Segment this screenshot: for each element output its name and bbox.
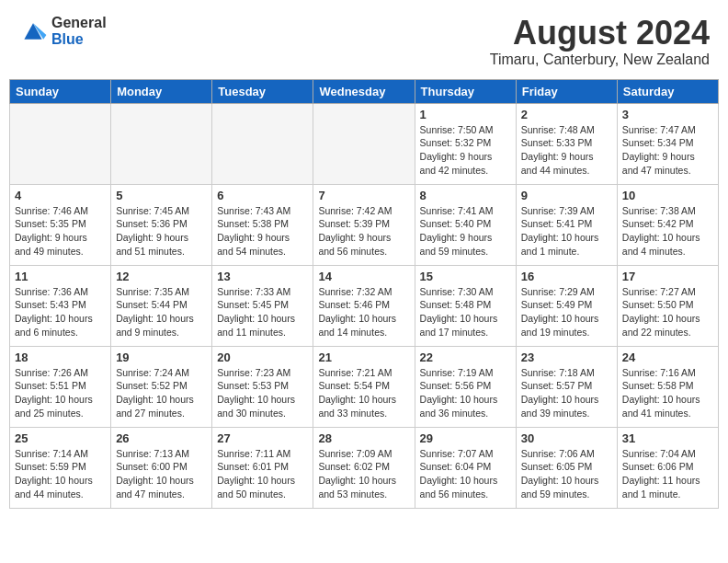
calendar-cell: 22Sunrise: 7:19 AM Sunset: 5:56 PM Dayli… [415,346,516,427]
calendar-cell: 25Sunrise: 7:14 AM Sunset: 5:59 PM Dayli… [10,427,111,508]
calendar-title: August 2024 [490,15,710,52]
calendar-cell [111,103,212,184]
day-number: 14 [318,270,409,283]
day-number: 22 [420,350,511,364]
day-header-tuesday: Tuesday [212,79,313,103]
calendar-cell: 27Sunrise: 7:11 AM Sunset: 6:01 PM Dayli… [212,427,313,508]
day-number: 20 [217,350,308,364]
calendar-cell: 28Sunrise: 7:09 AM Sunset: 6:02 PM Dayli… [313,427,415,508]
day-number: 19 [116,350,207,364]
day-info: Sunrise: 7:32 AM Sunset: 5:46 PM Dayligh… [318,285,409,339]
day-info: Sunrise: 7:16 AM Sunset: 5:58 PM Dayligh… [622,366,713,420]
day-info: Sunrise: 7:09 AM Sunset: 6:02 PM Dayligh… [318,447,409,501]
day-number: 11 [15,270,106,283]
calendar-table: SundayMondayTuesdayWednesdayThursdayFrid… [9,79,719,509]
calendar-cell: 21Sunrise: 7:21 AM Sunset: 5:54 PM Dayli… [313,346,415,427]
day-info: Sunrise: 7:30 AM Sunset: 5:48 PM Dayligh… [420,285,511,339]
calendar-header-row: SundayMondayTuesdayWednesdayThursdayFrid… [10,79,719,103]
calendar-cell: 9Sunrise: 7:39 AM Sunset: 5:41 PM Daylig… [516,184,617,265]
day-number: 15 [420,270,511,283]
calendar-cell: 5Sunrise: 7:45 AM Sunset: 5:36 PM Daylig… [111,184,212,265]
calendar-cell: 8Sunrise: 7:41 AM Sunset: 5:40 PM Daylig… [415,184,516,265]
day-info: Sunrise: 7:42 AM Sunset: 5:39 PM Dayligh… [318,204,409,259]
day-info: Sunrise: 7:46 AM Sunset: 5:35 PM Dayligh… [15,204,106,259]
day-info: Sunrise: 7:41 AM Sunset: 5:40 PM Dayligh… [420,204,511,259]
day-header-thursday: Thursday [415,79,516,103]
calendar-cell: 1Sunrise: 7:50 AM Sunset: 5:32 PM Daylig… [415,103,516,184]
day-info: Sunrise: 7:23 AM Sunset: 5:53 PM Dayligh… [217,366,308,420]
day-number: 3 [622,108,713,121]
day-info: Sunrise: 7:18 AM Sunset: 5:57 PM Dayligh… [521,366,612,420]
calendar-cell: 30Sunrise: 7:06 AM Sunset: 6:05 PM Dayli… [516,427,617,508]
calendar-cell: 14Sunrise: 7:32 AM Sunset: 5:46 PM Dayli… [313,265,415,346]
day-number: 25 [15,431,106,445]
day-number: 4 [15,189,106,202]
calendar-week-row: 25Sunrise: 7:14 AM Sunset: 5:59 PM Dayli… [10,427,719,508]
calendar-cell: 2Sunrise: 7:48 AM Sunset: 5:33 PM Daylig… [516,103,617,184]
title-block: August 2024 Timaru, Canterbury, New Zeal… [490,15,710,68]
page-header: General Blue August 2024 Timaru, Canterb… [0,0,728,72]
day-info: Sunrise: 7:43 AM Sunset: 5:38 PM Dayligh… [217,204,308,259]
calendar-cell: 12Sunrise: 7:35 AM Sunset: 5:44 PM Dayli… [111,265,212,346]
day-number: 27 [217,431,308,445]
day-number: 23 [521,350,612,364]
calendar-week-row: 1Sunrise: 7:50 AM Sunset: 5:32 PM Daylig… [10,103,719,184]
day-number: 26 [116,431,207,445]
calendar-subtitle: Timaru, Canterbury, New Zealand [490,52,710,68]
day-number: 10 [622,189,713,202]
calendar-week-row: 4Sunrise: 7:46 AM Sunset: 5:35 PM Daylig… [10,184,719,265]
calendar-cell: 3Sunrise: 7:47 AM Sunset: 5:34 PM Daylig… [617,103,718,184]
calendar-cell: 4Sunrise: 7:46 AM Sunset: 5:35 PM Daylig… [10,184,111,265]
day-info: Sunrise: 7:24 AM Sunset: 5:52 PM Dayligh… [116,366,207,420]
day-info: Sunrise: 7:21 AM Sunset: 5:54 PM Dayligh… [318,366,409,420]
day-number: 1 [420,108,511,121]
day-number: 24 [622,350,713,364]
day-info: Sunrise: 7:39 AM Sunset: 5:41 PM Dayligh… [521,204,612,259]
day-number: 8 [420,189,511,202]
day-info: Sunrise: 7:38 AM Sunset: 5:42 PM Dayligh… [622,204,713,259]
calendar-cell: 10Sunrise: 7:38 AM Sunset: 5:42 PM Dayli… [617,184,718,265]
day-info: Sunrise: 7:06 AM Sunset: 6:05 PM Dayligh… [521,447,612,501]
day-info: Sunrise: 7:50 AM Sunset: 5:32 PM Dayligh… [420,123,511,178]
day-info: Sunrise: 7:48 AM Sunset: 5:33 PM Dayligh… [521,123,612,178]
calendar-cell: 7Sunrise: 7:42 AM Sunset: 5:39 PM Daylig… [313,184,415,265]
day-number: 18 [15,350,106,364]
day-number: 17 [622,270,713,283]
day-number: 5 [116,189,207,202]
day-info: Sunrise: 7:29 AM Sunset: 5:49 PM Dayligh… [521,285,612,339]
logo: General Blue [18,15,107,47]
calendar-cell: 17Sunrise: 7:27 AM Sunset: 5:50 PM Dayli… [617,265,718,346]
calendar-cell: 26Sunrise: 7:13 AM Sunset: 6:00 PM Dayli… [111,427,212,508]
day-header-monday: Monday [111,79,212,103]
day-info: Sunrise: 7:33 AM Sunset: 5:45 PM Dayligh… [217,285,308,339]
day-info: Sunrise: 7:27 AM Sunset: 5:50 PM Dayligh… [622,285,713,339]
calendar-week-row: 18Sunrise: 7:26 AM Sunset: 5:51 PM Dayli… [10,346,719,427]
calendar-cell: 6Sunrise: 7:43 AM Sunset: 5:38 PM Daylig… [212,184,313,265]
day-number: 31 [622,431,713,445]
day-number: 30 [521,431,612,445]
logo-general-text: General [51,15,107,31]
day-number: 21 [318,350,409,364]
day-info: Sunrise: 7:11 AM Sunset: 6:01 PM Dayligh… [217,447,308,501]
calendar-cell: 23Sunrise: 7:18 AM Sunset: 5:57 PM Dayli… [516,346,617,427]
day-info: Sunrise: 7:36 AM Sunset: 5:43 PM Dayligh… [15,285,106,339]
day-number: 2 [521,108,612,121]
calendar-cell: 24Sunrise: 7:16 AM Sunset: 5:58 PM Dayli… [617,346,718,427]
calendar-cell: 18Sunrise: 7:26 AM Sunset: 5:51 PM Dayli… [10,346,111,427]
calendar-cell [313,103,415,184]
day-number: 12 [116,270,207,283]
day-info: Sunrise: 7:45 AM Sunset: 5:36 PM Dayligh… [116,204,207,259]
calendar-cell: 15Sunrise: 7:30 AM Sunset: 5:48 PM Dayli… [415,265,516,346]
calendar-cell [10,103,111,184]
day-header-saturday: Saturday [617,79,718,103]
calendar-cell: 19Sunrise: 7:24 AM Sunset: 5:52 PM Dayli… [111,346,212,427]
day-info: Sunrise: 7:14 AM Sunset: 5:59 PM Dayligh… [15,447,106,501]
day-header-sunday: Sunday [10,79,111,103]
day-number: 6 [217,189,308,202]
day-info: Sunrise: 7:47 AM Sunset: 5:34 PM Dayligh… [622,123,713,178]
calendar-cell: 13Sunrise: 7:33 AM Sunset: 5:45 PM Dayli… [212,265,313,346]
day-info: Sunrise: 7:35 AM Sunset: 5:44 PM Dayligh… [116,285,207,339]
day-number: 9 [521,189,612,202]
day-info: Sunrise: 7:04 AM Sunset: 6:06 PM Dayligh… [622,447,713,501]
day-number: 13 [217,270,308,283]
